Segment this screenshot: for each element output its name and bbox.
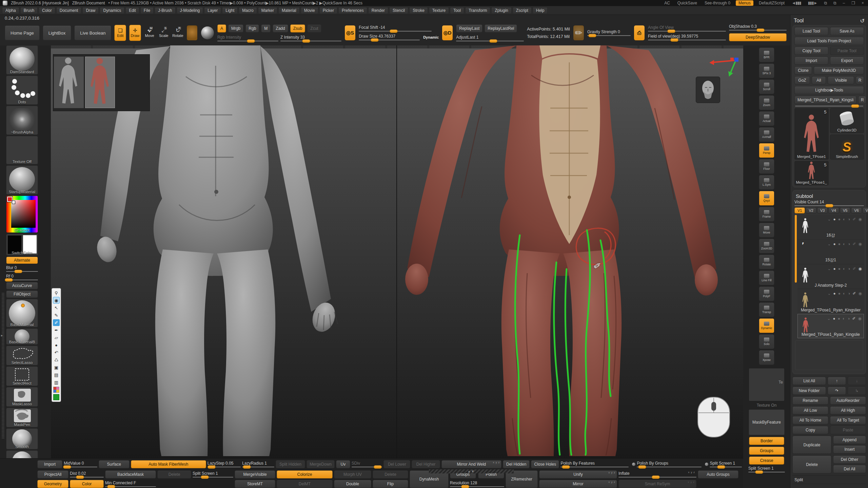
field-of-view-slider-track[interactable] <box>648 40 726 40</box>
menu-render[interactable]: Render <box>368 7 388 14</box>
tray-unify-button[interactable]: Unifyx y z <box>539 470 617 479</box>
subtool-item-1[interactable]: ⌄●●◐◑✐◉16강 <box>797 215 864 240</box>
mode-scale-button[interactable]: ⤢SScale <box>158 25 169 41</box>
del-all-button[interactable]: Del All <box>833 465 866 473</box>
tray-lazyradius-1-slider-knob[interactable] <box>243 465 251 469</box>
tray-double-button[interactable]: Double <box>334 480 371 488</box>
tray-split-screen-1-slider[interactable]: Split Screen 1 <box>710 460 742 468</box>
draw-size-slider[interactable]: Draw Size 43.76337 <box>359 34 420 40</box>
paintbrush-icon[interactable]: ✐ <box>852 217 856 222</box>
sidebar-damstandard-thumbnail[interactable]: DamStandard <box>6 45 38 75</box>
toggle-groups-button[interactable]: Groups <box>749 447 784 455</box>
alpha-thumbnail[interactable] <box>186 25 198 41</box>
append-button[interactable]: Append <box>833 436 866 444</box>
tray-split-screen-1-slider-track[interactable] <box>710 467 742 467</box>
flatten-arrow-icon[interactable]: ⌄ <box>827 217 831 222</box>
split-section-header[interactable]: Split <box>792 475 866 484</box>
tray-color-button[interactable]: Color <box>70 480 104 488</box>
move-out-folder-button[interactable]: ↷ <box>828 387 846 395</box>
tool-clone-button[interactable]: Clone <box>794 66 812 75</box>
subtool-scrollbar[interactable] <box>795 215 797 283</box>
shelf-replaylast-button[interactable]: ReplayLast <box>456 24 482 33</box>
tray-min-connected-f-slider[interactable]: Min Connected F <box>105 480 156 488</box>
tray-midvalue-0-slider-track[interactable] <box>64 467 97 467</box>
subtool-item-3[interactable]: ⌄●●◐◑✐◉J Anatomy Step-2 <box>797 264 864 289</box>
menu-material[interactable]: Material <box>278 7 300 14</box>
menu-zplugin[interactable]: Zplugin <box>491 7 511 14</box>
move-up-button[interactable]: ↑ <box>828 377 846 385</box>
sidebar-selectrect-thumbnail[interactable]: SelectRect <box>6 366 38 386</box>
sidebar-dots-thumbnail[interactable]: Dots <box>6 76 38 105</box>
rightshelf-zoom-button[interactable]: Zoom <box>759 95 774 110</box>
tray-del-hidden-button[interactable]: Del Hidden <box>503 460 530 468</box>
tool-paste-tool-button[interactable]: Paste Tool <box>830 47 864 55</box>
tray-polish-by-groups-slider-knob[interactable] <box>638 465 646 469</box>
subtool-item-5[interactable]: ⌄●●◐◑✐◉Merged_TPose1_Ryan_Kingslie <box>797 314 864 338</box>
menu-draw[interactable]: Draw <box>82 7 99 14</box>
tray-resolution-128-slider-track[interactable] <box>450 486 504 487</box>
tool-lightbox-tools-button[interactable]: Lightbox▶Tools <box>794 86 864 94</box>
paint-rgb-button[interactable]: Rgb <box>245 24 259 33</box>
subtool-tab-v5[interactable]: V5 <box>840 207 850 214</box>
obj-shadow-slider-track[interactable] <box>729 30 787 30</box>
flatten-arrow-icon[interactable]: ⌄ <box>827 266 831 271</box>
sidebar-smooth-thumbnail[interactable]: Smooth <box>6 428 38 449</box>
eye-icon[interactable]: ◉ <box>858 316 862 321</box>
tray-midvalue-0-slider-knob[interactable] <box>63 465 71 469</box>
tray-divider[interactable]: ▸ <box>2 293 4 439</box>
tray-sdiv-slider-track[interactable] <box>352 467 382 467</box>
angle-of-view-slider[interactable]: Angle Of View <box>648 25 726 32</box>
visible-count-slider-track[interactable] <box>794 205 864 206</box>
menu-edit[interactable]: Edit <box>125 7 139 14</box>
sidebar-rf-0-slider-knob[interactable] <box>5 278 13 282</box>
tray-lazystep-0-05-slider-track[interactable] <box>208 467 241 467</box>
z-intensity-slider-knob[interactable] <box>302 39 310 43</box>
tray-flip-button[interactable]: Flip <box>373 480 408 488</box>
restore-button[interactable]: ❒ <box>850 1 856 5</box>
tray-lazyradius-1-slider-track[interactable] <box>242 467 274 467</box>
mode-move-button[interactable]: ✥MMove <box>144 25 155 41</box>
list-all-button[interactable]: List All <box>792 377 826 385</box>
sidebar-startupmaterial-thumbnail[interactable]: StartupMaterial <box>6 165 38 195</box>
tray-expand-icon[interactable]: ▸ <box>1 333 3 337</box>
rightshelf-rotate-button[interactable]: Rotate <box>759 255 774 269</box>
rightshelf-polyf-button[interactable]: PolyF <box>759 286 774 301</box>
tray-inflate-slider-knob[interactable] <box>652 475 660 479</box>
shelf-scroll-right-icon[interactable]: ▮▮▮► <box>806 1 819 5</box>
flatten-arrow-icon[interactable]: ⌄ <box>827 291 831 296</box>
sidebar-blur-0-slider-knob[interactable] <box>14 270 22 273</box>
insert-button[interactable]: Insert <box>833 445 866 453</box>
tray-polish-by-groups-slider[interactable]: Polish By Groups <box>637 460 702 468</box>
sidebar-rf-0-slider-track[interactable] <box>6 280 38 280</box>
tray-uv-button[interactable]: Uv <box>336 460 350 468</box>
rightshelf-persp-button[interactable]: Persp <box>759 143 774 158</box>
tray-del-higher-button[interactable]: Del Higher <box>412 460 440 468</box>
shelf-scroll-left-icon[interactable]: ◄▮▮▮ <box>790 1 803 5</box>
document-canvas[interactable]: ⚲◉↖✎✐✒▱●↶♺▣▤▥ ✐ <box>51 45 743 458</box>
tray-mergedown-button[interactable]: MergeDown <box>307 460 335 468</box>
subtool-tab-v1[interactable]: V1 <box>794 207 805 214</box>
polypaint-sphere-icon[interactable]: ● <box>833 217 835 222</box>
tray-polish-by-features-slider-knob[interactable] <box>562 465 570 469</box>
paintbrush-icon[interactable]: ✐ <box>852 291 856 296</box>
menu-stencil[interactable]: Stencil <box>389 7 408 14</box>
tray-colorize-button[interactable]: Colorize <box>277 470 333 479</box>
sphere-icon[interactable]: ● <box>838 217 841 222</box>
z-intensity-slider-track[interactable] <box>280 41 341 41</box>
menu-light[interactable]: Light <box>222 7 238 14</box>
tray-lazyradius-1-slider[interactable]: LazyRadius 1 <box>242 460 274 468</box>
draw-size-slider-knob[interactable] <box>371 38 379 42</box>
muscle-model[interactable] <box>397 45 743 458</box>
draw-size-slider-track[interactable] <box>359 40 420 40</box>
sphere-icon[interactable]: ● <box>838 316 840 321</box>
tool-export-button[interactable]: Export <box>830 57 864 65</box>
subtool-all-low-button[interactable]: All Low <box>792 406 828 414</box>
eye-icon[interactable]: ◉ <box>859 266 862 271</box>
tray-delete-button[interactable]: Delete <box>157 470 191 479</box>
menu-marker[interactable]: Marker <box>258 7 277 14</box>
eye-icon[interactable]: ◉ <box>859 217 862 222</box>
pencil-icon[interactable]: ✎ <box>53 312 60 319</box>
toggle-border-button[interactable]: Border <box>749 437 784 445</box>
focal-shift-slider-knob[interactable] <box>390 29 398 33</box>
tool-all-button[interactable]: All <box>812 76 826 84</box>
